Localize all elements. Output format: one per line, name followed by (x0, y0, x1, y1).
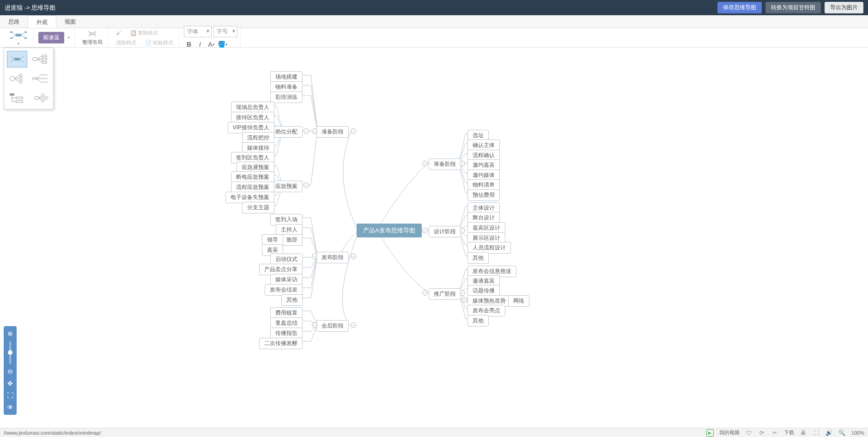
tab-idea[interactable]: 思路 (0, 15, 28, 28)
paste-style-button[interactable]: 📄 粘贴样式 (143, 38, 176, 47)
tab-view[interactable]: 视图 (56, 15, 84, 28)
copy-icon: 📋 (130, 30, 137, 36)
tab-appearance[interactable]: 外观 (28, 15, 56, 28)
font-group: 字体 字号 B I A▾ 🪣▾ (181, 28, 241, 47)
svg-line-12 (94, 31, 96, 34)
svg-line-11 (89, 34, 91, 36)
top-buttons: 保存思维导图 转换为项目甘特图 导出为图片 (717, 2, 863, 13)
font-select[interactable]: 字体 (184, 26, 212, 37)
svg-line-10 (89, 31, 91, 34)
copy-style-button[interactable]: 📋 复制样式 (127, 29, 161, 37)
theme-group: 紫凑蓝 ▾ (36, 28, 75, 47)
layout-group: ▾ (4, 28, 34, 47)
tab-bar: 思路 外观 视图 (0, 15, 868, 28)
clear-style-label[interactable]: 清除样式 (113, 38, 139, 47)
paste-icon: 📄 (146, 40, 152, 46)
toolbar: ▾ 紫凑蓝 ▾ 整理布局 🖌 📋 复制样式 清除样式 (0, 28, 868, 48)
layout-template-button[interactable]: ▾ (6, 29, 30, 47)
brush-icon: 🖌 (116, 30, 121, 36)
fontsize-select[interactable]: 字号 (213, 26, 237, 37)
arrange-layout-button[interactable]: 整理布局 (79, 29, 105, 47)
arrange-label: 整理布局 (82, 39, 103, 46)
style-group: 🖌 📋 复制样式 清除样式 📄 粘贴样式 (110, 28, 179, 47)
save-button[interactable]: 保存思维导图 (717, 2, 762, 13)
svg-rect-6 (10, 37, 12, 39)
svg-line-2 (12, 35, 16, 38)
convert-button[interactable]: 转换为项目甘特图 (765, 2, 821, 13)
chevron-down-icon[interactable]: ▾ (66, 36, 72, 40)
top-bar: 进度猫 -> 思维导图 保存思维导图 转换为项目甘特图 导出为图片 (0, 0, 868, 15)
svg-rect-9 (91, 33, 94, 35)
font-color-button[interactable]: A▾ (206, 39, 216, 48)
app-title: 进度猫 -> 思维导图 (5, 4, 717, 12)
svg-line-3 (21, 32, 25, 35)
bold-button[interactable]: B (184, 39, 194, 48)
chevron-down-icon: ▾ (16, 42, 21, 46)
arrange-group: 整理布局 (77, 28, 109, 47)
theme-button[interactable]: 紫凑蓝 (38, 32, 64, 43)
italic-button[interactable]: I (195, 39, 205, 48)
fill-color-button[interactable]: 🪣▾ (217, 39, 227, 48)
svg-rect-7 (24, 31, 27, 33)
svg-rect-0 (16, 34, 21, 36)
export-button[interactable]: 导出为图片 (825, 2, 863, 13)
svg-line-13 (94, 34, 96, 36)
svg-line-4 (21, 35, 25, 38)
arrange-icon (87, 30, 98, 38)
clear-style-button[interactable]: 🖌 (113, 29, 124, 37)
svg-rect-5 (10, 31, 12, 33)
svg-line-1 (12, 32, 16, 35)
svg-rect-8 (24, 37, 27, 39)
